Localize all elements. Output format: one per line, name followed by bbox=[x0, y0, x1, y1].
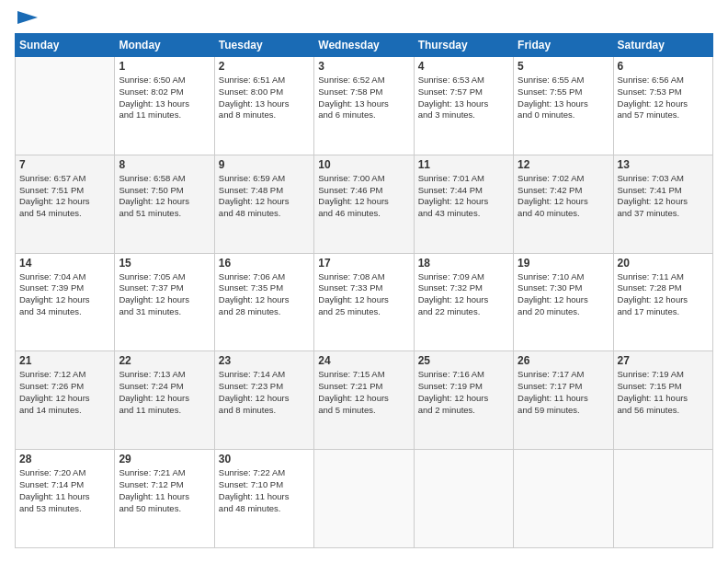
calendar-week-row: 28Sunrise: 7:20 AM Sunset: 7:14 PM Dayli… bbox=[16, 450, 713, 548]
day-info: Sunrise: 7:11 AM Sunset: 7:28 PM Dayligh… bbox=[618, 271, 709, 318]
day-info: Sunrise: 7:12 AM Sunset: 7:26 PM Dayligh… bbox=[19, 369, 110, 416]
day-number: 22 bbox=[119, 354, 210, 367]
day-info: Sunrise: 7:06 AM Sunset: 7:35 PM Dayligh… bbox=[219, 271, 310, 318]
day-number: 9 bbox=[219, 158, 310, 171]
day-info: Sunrise: 6:51 AM Sunset: 8:00 PM Dayligh… bbox=[219, 75, 310, 121]
calendar-week-row: 14Sunrise: 7:04 AM Sunset: 7:39 PM Dayli… bbox=[16, 253, 713, 351]
calendar-day-cell: 26Sunrise: 7:17 AM Sunset: 7:17 PM Dayli… bbox=[514, 351, 613, 450]
weekday-header-sunday: Sunday bbox=[16, 34, 115, 57]
calendar-day-cell: 24Sunrise: 7:15 AM Sunset: 7:21 PM Dayli… bbox=[314, 351, 414, 450]
day-number: 4 bbox=[418, 60, 509, 73]
calendar-day-cell: 6Sunrise: 6:56 AM Sunset: 7:53 PM Daylig… bbox=[613, 57, 712, 155]
weekday-header-row: SundayMondayTuesdayWednesdayThursdayFrid… bbox=[16, 34, 713, 57]
day-number: 16 bbox=[219, 257, 310, 270]
page: SundayMondayTuesdayWednesdayThursdayFrid… bbox=[0, 0, 728, 563]
weekday-header-wednesday: Wednesday bbox=[314, 34, 414, 57]
day-info: Sunrise: 7:00 AM Sunset: 7:46 PM Dayligh… bbox=[318, 173, 409, 220]
day-info: Sunrise: 6:50 AM Sunset: 8:02 PM Dayligh… bbox=[119, 75, 210, 121]
day-info: Sunrise: 7:09 AM Sunset: 7:32 PM Dayligh… bbox=[418, 271, 509, 318]
day-number: 21 bbox=[19, 354, 110, 367]
calendar-day-cell: 14Sunrise: 7:04 AM Sunset: 7:39 PM Dayli… bbox=[16, 253, 115, 351]
day-info: Sunrise: 6:59 AM Sunset: 7:48 PM Dayligh… bbox=[219, 173, 310, 220]
day-number: 5 bbox=[518, 60, 609, 73]
calendar-day-cell: 29Sunrise: 7:21 AM Sunset: 7:12 PM Dayli… bbox=[115, 450, 214, 548]
calendar-day-cell bbox=[414, 450, 513, 548]
day-number: 8 bbox=[119, 158, 210, 171]
calendar-day-cell: 7Sunrise: 6:57 AM Sunset: 7:51 PM Daylig… bbox=[16, 155, 115, 253]
logo-flag-icon bbox=[17, 11, 38, 24]
calendar-day-cell: 16Sunrise: 7:06 AM Sunset: 7:35 PM Dayli… bbox=[214, 253, 313, 351]
day-number: 23 bbox=[219, 354, 310, 367]
day-number: 1 bbox=[119, 60, 210, 73]
calendar-day-cell: 1Sunrise: 6:50 AM Sunset: 8:02 PM Daylig… bbox=[115, 57, 214, 155]
day-info: Sunrise: 6:57 AM Sunset: 7:51 PM Dayligh… bbox=[19, 173, 110, 220]
day-number: 13 bbox=[618, 158, 709, 171]
day-number: 19 bbox=[518, 257, 609, 270]
logo bbox=[15, 15, 38, 24]
calendar-day-cell: 9Sunrise: 6:59 AM Sunset: 7:48 PM Daylig… bbox=[214, 155, 313, 253]
day-info: Sunrise: 7:05 AM Sunset: 7:37 PM Dayligh… bbox=[119, 271, 210, 318]
calendar-day-cell: 2Sunrise: 6:51 AM Sunset: 8:00 PM Daylig… bbox=[214, 57, 313, 155]
svg-marker-0 bbox=[17, 11, 38, 24]
day-number: 17 bbox=[318, 257, 409, 270]
calendar-day-cell: 17Sunrise: 7:08 AM Sunset: 7:33 PM Dayli… bbox=[314, 253, 414, 351]
calendar-day-cell: 13Sunrise: 7:03 AM Sunset: 7:41 PM Dayli… bbox=[613, 155, 712, 253]
day-info: Sunrise: 7:02 AM Sunset: 7:42 PM Dayligh… bbox=[518, 173, 609, 220]
calendar-day-cell: 27Sunrise: 7:19 AM Sunset: 7:15 PM Dayli… bbox=[613, 351, 712, 450]
calendar-day-cell: 15Sunrise: 7:05 AM Sunset: 7:37 PM Dayli… bbox=[115, 253, 214, 351]
day-number: 24 bbox=[318, 354, 409, 367]
calendar-day-cell: 20Sunrise: 7:11 AM Sunset: 7:28 PM Dayli… bbox=[613, 253, 712, 351]
calendar-week-row: 1Sunrise: 6:50 AM Sunset: 8:02 PM Daylig… bbox=[16, 57, 713, 155]
calendar-day-cell: 30Sunrise: 7:22 AM Sunset: 7:10 PM Dayli… bbox=[214, 450, 313, 548]
calendar-day-cell: 11Sunrise: 7:01 AM Sunset: 7:44 PM Dayli… bbox=[414, 155, 513, 253]
day-number: 18 bbox=[418, 257, 509, 270]
day-number: 15 bbox=[119, 257, 210, 270]
day-number: 3 bbox=[318, 60, 409, 73]
day-number: 7 bbox=[19, 158, 110, 171]
calendar-day-cell: 18Sunrise: 7:09 AM Sunset: 7:32 PM Dayli… bbox=[414, 253, 513, 351]
day-info: Sunrise: 7:08 AM Sunset: 7:33 PM Dayligh… bbox=[318, 271, 409, 318]
calendar-day-cell: 28Sunrise: 7:20 AM Sunset: 7:14 PM Dayli… bbox=[16, 450, 115, 548]
day-info: Sunrise: 6:58 AM Sunset: 7:50 PM Dayligh… bbox=[119, 173, 210, 220]
day-number: 20 bbox=[618, 257, 709, 270]
weekday-header-tuesday: Tuesday bbox=[214, 34, 313, 57]
day-info: Sunrise: 7:01 AM Sunset: 7:44 PM Dayligh… bbox=[418, 173, 509, 220]
day-info: Sunrise: 6:56 AM Sunset: 7:53 PM Dayligh… bbox=[618, 75, 709, 121]
day-info: Sunrise: 7:15 AM Sunset: 7:21 PM Dayligh… bbox=[318, 369, 409, 416]
day-number: 26 bbox=[518, 354, 609, 367]
calendar-week-row: 7Sunrise: 6:57 AM Sunset: 7:51 PM Daylig… bbox=[16, 155, 713, 253]
day-info: Sunrise: 7:16 AM Sunset: 7:19 PM Dayligh… bbox=[418, 369, 509, 416]
day-number: 14 bbox=[19, 257, 110, 270]
calendar-week-row: 21Sunrise: 7:12 AM Sunset: 7:26 PM Dayli… bbox=[16, 351, 713, 450]
day-number: 30 bbox=[219, 453, 310, 465]
day-number: 27 bbox=[618, 354, 709, 367]
day-info: Sunrise: 7:17 AM Sunset: 7:17 PM Dayligh… bbox=[518, 369, 609, 416]
calendar-day-cell: 25Sunrise: 7:16 AM Sunset: 7:19 PM Dayli… bbox=[414, 351, 513, 450]
calendar-day-cell: 19Sunrise: 7:10 AM Sunset: 7:30 PM Dayli… bbox=[514, 253, 613, 351]
day-info: Sunrise: 7:21 AM Sunset: 7:12 PM Dayligh… bbox=[119, 467, 210, 514]
day-number: 28 bbox=[19, 453, 110, 465]
day-number: 29 bbox=[119, 453, 210, 465]
day-number: 25 bbox=[418, 354, 509, 367]
calendar-day-cell bbox=[16, 57, 115, 155]
weekday-header-thursday: Thursday bbox=[414, 34, 513, 57]
calendar-day-cell: 22Sunrise: 7:13 AM Sunset: 7:24 PM Dayli… bbox=[115, 351, 214, 450]
day-info: Sunrise: 7:14 AM Sunset: 7:23 PM Dayligh… bbox=[219, 369, 310, 416]
day-number: 6 bbox=[618, 60, 709, 73]
day-info: Sunrise: 6:53 AM Sunset: 7:57 PM Dayligh… bbox=[418, 75, 509, 121]
calendar-day-cell bbox=[314, 450, 414, 548]
day-info: Sunrise: 7:22 AM Sunset: 7:10 PM Dayligh… bbox=[219, 467, 310, 514]
day-info: Sunrise: 7:04 AM Sunset: 7:39 PM Dayligh… bbox=[19, 271, 110, 318]
day-info: Sunrise: 7:20 AM Sunset: 7:14 PM Dayligh… bbox=[19, 467, 110, 514]
weekday-header-monday: Monday bbox=[115, 34, 214, 57]
day-number: 12 bbox=[518, 158, 609, 171]
day-number: 10 bbox=[318, 158, 409, 171]
calendar-day-cell: 8Sunrise: 6:58 AM Sunset: 7:50 PM Daylig… bbox=[115, 155, 214, 253]
weekday-header-friday: Friday bbox=[514, 34, 613, 57]
calendar-day-cell: 5Sunrise: 6:55 AM Sunset: 7:55 PM Daylig… bbox=[514, 57, 613, 155]
day-info: Sunrise: 7:13 AM Sunset: 7:24 PM Dayligh… bbox=[119, 369, 210, 416]
calendar-day-cell: 21Sunrise: 7:12 AM Sunset: 7:26 PM Dayli… bbox=[16, 351, 115, 450]
calendar-day-cell: 4Sunrise: 6:53 AM Sunset: 7:57 PM Daylig… bbox=[414, 57, 513, 155]
calendar-day-cell: 12Sunrise: 7:02 AM Sunset: 7:42 PM Dayli… bbox=[514, 155, 613, 253]
calendar-day-cell bbox=[613, 450, 712, 548]
